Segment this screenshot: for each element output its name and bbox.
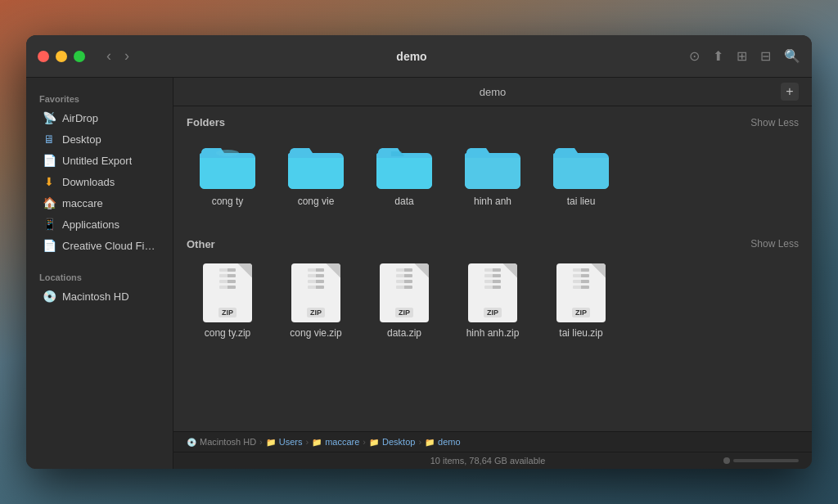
scroll-track[interactable] (733, 459, 799, 462)
zip-icon-hinh-anh: ZIP (468, 263, 517, 322)
sidebar-item-creative[interactable]: 📄 Creative Cloud Files (29, 235, 169, 256)
folder-item-cong-vie[interactable]: cong vie (275, 135, 357, 215)
airdrop-icon[interactable]: ⊙ (689, 48, 700, 64)
path-bar: demo + (173, 78, 812, 106)
breadcrumb-demo[interactable]: 📁 demo (425, 437, 461, 447)
add-button[interactable]: + (781, 83, 799, 101)
file-item-cong-vie-zip[interactable]: ZIP cong vie.zip (275, 257, 357, 347)
finder-window: ‹ › demo ⊙ ⬆ ⊞ ⊟ 🔍 Favorites 📡 AirDrop 🖥… (26, 35, 812, 469)
content-area: Favorites 📡 AirDrop 🖥 Desktop 📄 Untitled… (26, 78, 812, 469)
users-breadcrumb-icon: 📁 (266, 438, 276, 447)
breadcrumb-desktop[interactable]: 📁 Desktop (369, 437, 415, 447)
creative-icon: 📄 (43, 239, 56, 252)
other-grid: ZIP cong ty.zip (173, 257, 812, 360)
breadcrumb-users[interactable]: 📁 Users (266, 437, 303, 447)
folder-name-hinh-anh: hinh anh (474, 196, 511, 209)
nav-buttons: ‹ › (101, 44, 134, 68)
view-options-icon[interactable]: ⊟ (760, 48, 771, 64)
sidebar-label-desktop: Desktop (62, 133, 101, 146)
sidebar-label-airdrop: AirDrop (62, 112, 98, 124)
sidebar-item-maccare[interactable]: 🏠 maccare (29, 192, 169, 214)
folder-item-tai-lieu[interactable]: tai lieu (540, 135, 622, 215)
zip-icon-tai-lieu: ZIP (556, 263, 606, 322)
file-item-tai-lieu-zip[interactable]: ZIP tai lieu.zip (540, 257, 622, 347)
share-icon[interactable]: ⬆ (713, 48, 723, 64)
folders-section-header: Folders Show Less (173, 106, 812, 135)
traffic-lights (38, 51, 85, 62)
sidebar-item-desktop[interactable]: 🖥 Desktop (29, 128, 169, 150)
sidebar-item-untitled[interactable]: 📄 Untitled Export (29, 150, 169, 171)
sidebar-label-applications: Applications (62, 218, 119, 231)
close-button[interactable] (38, 51, 49, 62)
folder-icon-cong-ty (198, 142, 257, 191)
zip-icon-data: ZIP (380, 263, 429, 322)
file-item-hinh-anh-zip[interactable]: ZIP hinh anh.zip (452, 257, 534, 347)
desktop-breadcrumb-icon: 📁 (369, 438, 379, 447)
hd-icon: 💿 (43, 290, 56, 303)
folders-grid: cong ty cong vie (173, 135, 812, 228)
scroll-indicator (723, 457, 799, 464)
sidebar-item-downloads[interactable]: ⬇ Downloads (29, 171, 169, 192)
desktop-icon: 🖥 (43, 133, 56, 146)
folders-title: Folders (187, 116, 225, 128)
folder-name-cong-ty: cong ty (212, 196, 244, 209)
breadcrumb-hd[interactable]: 💿 Macintosh HD (187, 437, 256, 447)
sidebar-label-untitled: Untitled Export (62, 155, 132, 167)
sidebar-label-creative: Creative Cloud Files (62, 240, 156, 252)
file-item-cong-ty-zip[interactable]: ZIP cong ty.zip (187, 257, 268, 347)
forward-button[interactable]: › (119, 44, 134, 68)
sidebar-item-hd[interactable]: 💿 Macintosh HD (29, 286, 169, 307)
sidebar-item-airdrop[interactable]: 📡 AirDrop (29, 107, 169, 128)
search-icon[interactable]: 🔍 (784, 48, 800, 64)
airdrop-icon: 📡 (43, 111, 56, 124)
breadcrumb-sep-4: › (418, 437, 421, 447)
sidebar-label-downloads: Downloads (62, 176, 115, 188)
folder-icon-hinh-anh (463, 142, 522, 191)
folder-item-hinh-anh[interactable]: hinh anh (452, 135, 534, 215)
minimize-button[interactable] (56, 51, 67, 62)
folder-item-data[interactable]: data (363, 135, 445, 215)
breadcrumb-bar: 💿 Macintosh HD › 📁 Users › 📁 maccare › (173, 432, 812, 452)
file-item-data-zip[interactable]: ZIP data.zip (363, 257, 445, 347)
view-grid-icon[interactable]: ⊞ (737, 48, 747, 64)
path-title: demo (205, 86, 781, 98)
file-name-cong-ty-zip: cong ty.zip (205, 327, 250, 340)
breadcrumb-sep-1: › (259, 437, 263, 447)
breadcrumb-sep-2: › (305, 437, 309, 447)
sidebar-item-applications[interactable]: 📱 Applications (29, 214, 169, 235)
maximize-button[interactable] (74, 51, 85, 62)
file-area: demo + Folders Show Less (173, 78, 812, 469)
toolbar-right: ⊙ ⬆ ⊞ ⊟ 🔍 (689, 48, 800, 64)
back-button[interactable]: ‹ (101, 44, 116, 68)
locations-label: Locations (26, 266, 173, 286)
folder-name-tai-lieu: tai lieu (567, 196, 596, 209)
folder-icon-data (375, 142, 434, 191)
file-name-cong-vie-zip: cong vie.zip (290, 327, 341, 340)
hd-breadcrumb-icon: 💿 (187, 438, 196, 447)
other-title: Other (187, 238, 215, 250)
status-text-bar: 10 items, 78,64 GB available (173, 452, 812, 469)
breadcrumb-sep-3: › (363, 437, 366, 447)
folder-item-cong-ty[interactable]: cong ty (187, 135, 268, 215)
file-name-data-zip: data.zip (387, 327, 421, 340)
untitled-icon: 📄 (43, 154, 56, 167)
breadcrumb-label-hd: Macintosh HD (200, 437, 256, 447)
breadcrumb-label-demo: demo (438, 437, 461, 447)
demo-breadcrumb-icon: 📁 (425, 438, 435, 447)
favorites-label: Favorites (26, 88, 173, 107)
breadcrumb-label-desktop: Desktop (382, 437, 415, 447)
maccare-breadcrumb-icon: 📁 (312, 438, 322, 447)
zip-icon-cong-vie: ZIP (291, 263, 340, 322)
file-name-hinh-anh-zip: hinh anh.zip (466, 327, 520, 340)
folders-show-less[interactable]: Show Less (750, 117, 799, 128)
other-section-header: Other Show Less (173, 228, 812, 257)
breadcrumb-maccare[interactable]: 📁 maccare (312, 437, 359, 447)
file-scroll[interactable]: Folders Show Less cong ty (173, 106, 812, 431)
breadcrumb-label-maccare: maccare (325, 437, 359, 447)
applications-icon: 📱 (43, 218, 56, 231)
downloads-icon: ⬇ (43, 175, 56, 188)
other-show-less[interactable]: Show Less (750, 238, 799, 250)
window-title: demo (134, 50, 689, 63)
zip-icon-cong-ty: ZIP (203, 263, 252, 322)
svg-point-0 (216, 150, 239, 156)
